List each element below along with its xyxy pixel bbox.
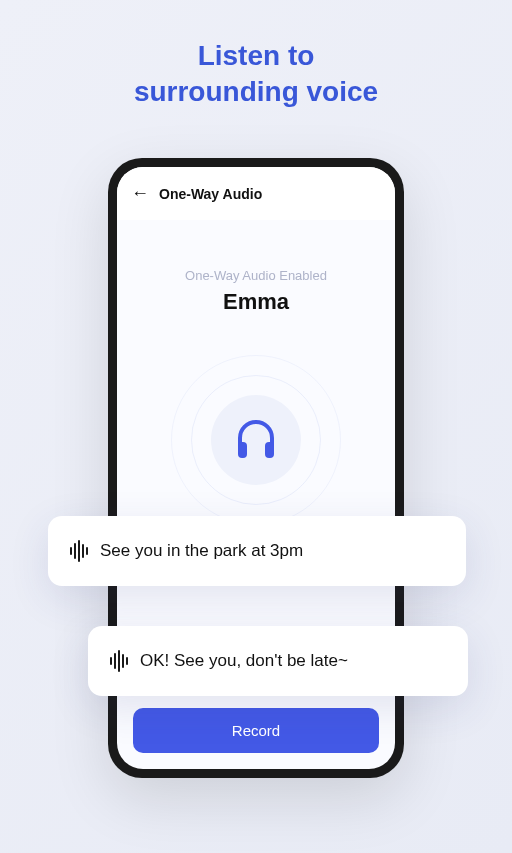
svg-rect-1	[265, 442, 274, 458]
waveform-icon	[70, 540, 88, 562]
svg-rect-0	[238, 442, 247, 458]
transcript-bubble-2: OK! See you, don't be late~	[88, 626, 468, 696]
audio-circle	[211, 395, 301, 485]
app-header: ← One-Way Audio	[117, 167, 395, 220]
marketing-title-line1: Listen to	[0, 38, 512, 74]
back-arrow-icon[interactable]: ←	[131, 183, 149, 204]
headphones-icon	[232, 416, 280, 464]
person-name: Emma	[117, 289, 395, 315]
status-label: One-Way Audio Enabled	[117, 268, 395, 283]
waveform-icon	[110, 650, 128, 672]
transcript-bubble-1: See you in the park at 3pm	[48, 516, 466, 586]
record-button-label: Record	[232, 722, 280, 739]
record-button[interactable]: Record	[133, 708, 379, 753]
marketing-title-line2: surrounding voice	[0, 74, 512, 110]
audio-visual	[171, 355, 341, 525]
audio-content: One-Way Audio Enabled Emma	[117, 220, 395, 525]
marketing-title: Listen to surrounding voice	[0, 0, 512, 111]
header-title: One-Way Audio	[159, 186, 262, 202]
transcript-text-2: OK! See you, don't be late~	[140, 651, 348, 671]
transcript-text-1: See you in the park at 3pm	[100, 541, 303, 561]
